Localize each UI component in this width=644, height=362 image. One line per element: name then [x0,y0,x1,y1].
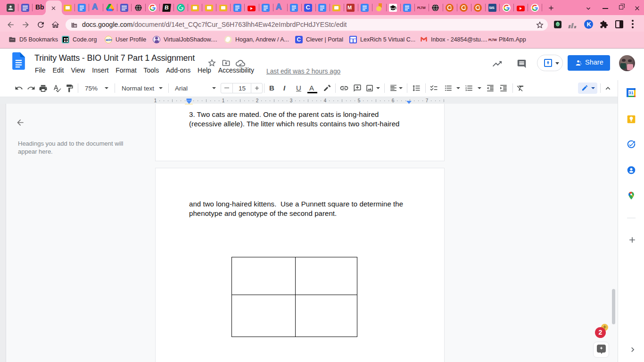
svg-text:1: 1 [154,98,157,103]
svg-text:7: 7 [426,98,429,103]
svg-text:3: 3 [290,98,293,103]
svg-text:6: 6 [392,98,395,103]
svg-text:5: 5 [358,98,361,103]
svg-text:4: 4 [324,98,327,103]
svg-text:2: 2 [256,98,259,103]
svg-text:1: 1 [222,98,225,103]
